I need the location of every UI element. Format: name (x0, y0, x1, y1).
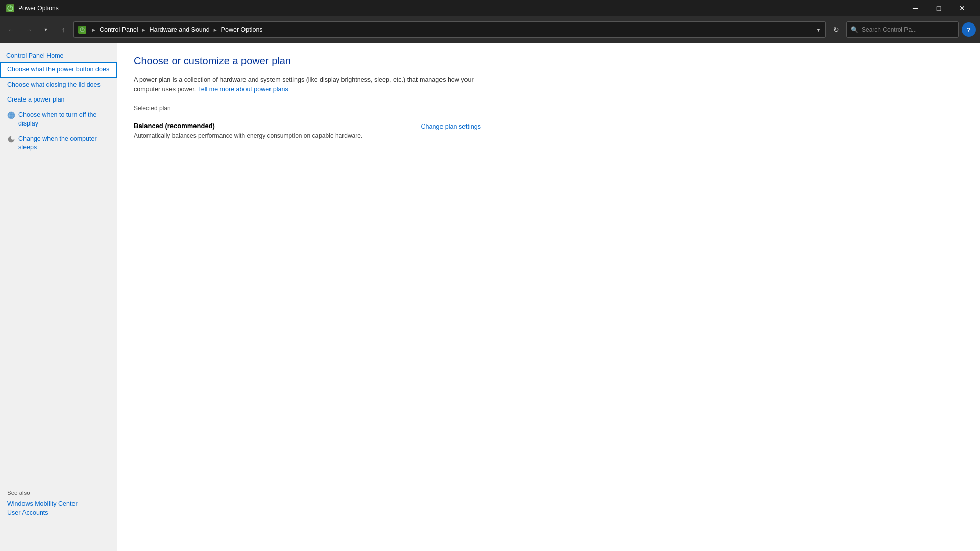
sidebar-item-closing-lid[interactable]: Choose what closing the lid does (0, 78, 117, 93)
sidebar-item-power-button[interactable]: Choose what the power button does (0, 62, 117, 78)
plan-row: Balanced (recommended) Automatically bal… (134, 118, 481, 144)
help-button[interactable]: ? (962, 22, 976, 37)
breadcrumb-hardware-sound[interactable]: Hardware and Sound (150, 26, 210, 33)
plan-name: Balanced (recommended) (134, 122, 362, 130)
plan-description: Automatically balances performance with … (134, 132, 362, 140)
sidebar: Control Panel Home Choose what the power… (0, 43, 117, 551)
search-input[interactable] (862, 26, 954, 33)
plan-info: Balanced (recommended) Automatically bal… (134, 122, 362, 140)
sidebar-item-home[interactable]: Control Panel Home (0, 49, 117, 62)
see-also-section: See also Windows Mobility Center User Ac… (0, 484, 117, 520)
window-controls: ─ □ ✕ (903, 0, 974, 16)
breadcrumb-power-options[interactable]: Power Options (221, 26, 263, 33)
search-box: 🔍 (846, 21, 959, 38)
page-title: Choose or customize a power plan (134, 55, 964, 67)
minimize-button[interactable]: ─ (903, 0, 927, 16)
globe-icon (7, 111, 15, 119)
app-title: Power Options (18, 5, 59, 12)
change-plan-settings-link[interactable]: Change plan settings (421, 123, 481, 130)
section-divider (175, 108, 481, 108)
refresh-button[interactable]: ↻ (829, 22, 843, 37)
back-button[interactable]: ← (4, 22, 18, 37)
title-bar-left: Power Options (6, 4, 59, 12)
title-bar: Power Options ─ □ ✕ (0, 0, 980, 16)
sidebar-item-computer-sleeps[interactable]: Change when the computer sleeps (0, 132, 117, 156)
see-also-link-mobility[interactable]: Windows Mobility Center (7, 499, 110, 508)
moon-icon (7, 135, 15, 143)
maximize-button[interactable]: □ (927, 0, 950, 16)
breadcrumb-sep-2: ► (141, 27, 146, 33)
see-also-link-accounts[interactable]: User Accounts (7, 508, 110, 517)
breadcrumb-bar: ► Control Panel ► Hardware and Sound ► P… (74, 21, 812, 38)
main-container: Control Panel Home Choose what the power… (0, 43, 980, 551)
forward-button[interactable]: → (21, 22, 36, 37)
breadcrumb-sep-1: ► (91, 27, 96, 33)
learn-more-link[interactable]: Tell me more about power plans (198, 86, 288, 93)
see-also-title: See also (7, 490, 110, 496)
breadcrumb-dropdown-button[interactable]: ▼ (812, 21, 826, 38)
breadcrumb-home-icon (78, 26, 86, 34)
close-button[interactable]: ✕ (950, 0, 974, 16)
breadcrumb-sep-3: ► (213, 27, 218, 33)
description-text: A power plan is a collection of hardware… (134, 75, 481, 94)
address-bar: ← → ▼ ↑ ► Control Panel ► Hardware and S… (0, 16, 980, 43)
content-area: Choose or customize a power plan A power… (117, 43, 980, 551)
selected-plan-label: Selected plan (134, 105, 175, 112)
app-icon (6, 4, 14, 12)
section-header: Selected plan (134, 105, 481, 112)
recent-locations-button[interactable]: ▼ (39, 22, 53, 37)
up-button[interactable]: ↑ (56, 22, 70, 37)
search-icon: 🔍 (851, 26, 859, 33)
sidebar-item-create-plan[interactable]: Create a power plan (0, 92, 117, 108)
sidebar-content: Control Panel Home Choose what the power… (0, 43, 117, 162)
breadcrumb-control-panel[interactable]: Control Panel (100, 26, 138, 33)
sidebar-item-turn-off-display[interactable]: Choose when to turn off the display (0, 108, 117, 132)
